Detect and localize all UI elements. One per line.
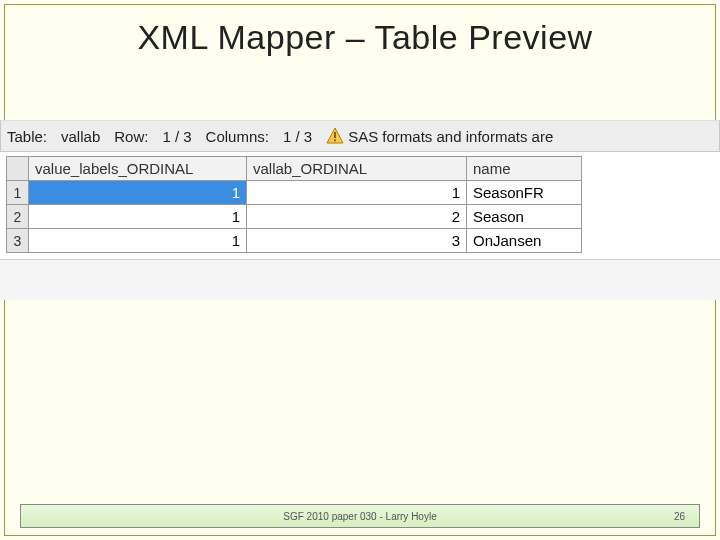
cell[interactable]: SeasonFR [467,181,582,205]
columns-label: Columns: [206,128,269,145]
page-title: XML Mapper – Table Preview [10,18,720,57]
cell[interactable]: 1 [247,181,467,205]
row-number[interactable]: 3 [7,229,29,253]
cell[interactable]: 2 [247,205,467,229]
table-row[interactable]: 3 1 3 OnJansen [7,229,582,253]
cell[interactable]: OnJansen [467,229,582,253]
table-row[interactable]: 2 1 2 Season [7,205,582,229]
row-value: 1 / 3 [162,128,191,145]
svg-rect-1 [334,132,336,138]
column-header[interactable]: name [467,157,582,181]
cell[interactable]: 3 [247,229,467,253]
cell[interactable]: 1 [29,181,247,205]
warning-text: SAS formats and informats are [348,128,553,145]
row-label: Row: [114,128,148,145]
cell[interactable]: 1 [29,205,247,229]
table-row[interactable]: 1 1 1 SeasonFR [7,181,582,205]
page-number: 26 [674,511,685,522]
cell[interactable]: 1 [29,229,247,253]
cell[interactable]: Season [467,205,582,229]
table-preview-panel: Table: vallab Row: 1 / 3 Columns: 1 / 3 … [0,120,720,300]
column-header[interactable]: vallab_ORDINAL [247,157,467,181]
column-header[interactable]: value_labels_ORDINAL [29,157,247,181]
warning-icon [326,127,344,145]
footer-bar: SGF 2010 paper 030 - Larry Hoyle 26 [20,504,700,528]
table-name-value: vallab [61,128,100,145]
table-label: Table: [7,128,47,145]
status-bar: Table: vallab Row: 1 / 3 Columns: 1 / 3 … [0,120,720,152]
data-grid[interactable]: value_labels_ORDINAL vallab_ORDINAL name… [6,156,582,253]
row-number[interactable]: 1 [7,181,29,205]
footer-text: SGF 2010 paper 030 - Larry Hoyle [283,511,436,522]
grid-corner [7,157,29,181]
svg-rect-2 [334,139,336,141]
columns-value: 1 / 3 [283,128,312,145]
row-number[interactable]: 2 [7,205,29,229]
